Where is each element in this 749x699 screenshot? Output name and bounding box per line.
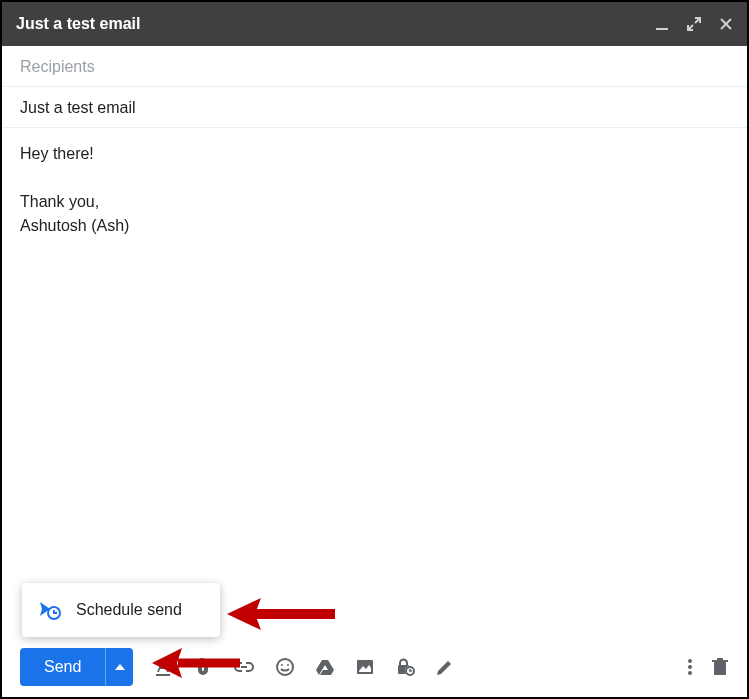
close-icon[interactable] <box>719 17 733 31</box>
toolbar-right <box>687 657 729 677</box>
annotation-arrow <box>227 596 337 632</box>
photo-icon[interactable] <box>355 657 375 677</box>
send-button[interactable]: Send <box>20 648 105 686</box>
attachment-icon[interactable] <box>193 657 213 677</box>
body-line: Thank you, <box>20 190 729 214</box>
recipients-placeholder: Recipients <box>20 58 95 75</box>
confidential-icon[interactable] <box>395 657 415 677</box>
expand-icon[interactable] <box>687 17 701 31</box>
more-options-icon[interactable] <box>687 657 693 677</box>
emoji-icon[interactable] <box>275 657 295 677</box>
svg-rect-14 <box>712 660 728 662</box>
schedule-send-icon <box>38 600 62 620</box>
message-body[interactable]: Hey there! Thank you, Ashutosh (Ash) <box>2 128 747 252</box>
drive-icon[interactable] <box>315 657 335 677</box>
body-line <box>20 166 729 190</box>
send-button-group: Send <box>20 648 133 686</box>
link-icon[interactable] <box>233 657 255 677</box>
window-title: Just a test email <box>16 15 141 33</box>
svg-point-10 <box>688 659 692 663</box>
body-line: Ashutosh (Ash) <box>20 214 729 238</box>
svg-rect-15 <box>717 658 723 660</box>
svg-point-4 <box>281 664 283 666</box>
svg-rect-13 <box>714 662 726 675</box>
window-controls <box>655 17 733 31</box>
schedule-send-label: Schedule send <box>76 601 182 619</box>
svg-point-5 <box>287 664 289 666</box>
discard-icon[interactable] <box>711 657 729 677</box>
body-line: Hey there! <box>20 142 729 166</box>
svg-rect-0 <box>656 28 668 30</box>
minimize-icon[interactable] <box>655 17 669 31</box>
compose-window: Just a test email Recipients Just a test… <box>0 0 749 699</box>
svg-point-11 <box>688 665 692 669</box>
subject-field[interactable]: Just a test email <box>2 87 747 128</box>
compose-toolbar: Send <box>2 637 747 697</box>
formatting-toolbar <box>153 657 455 677</box>
recipients-field[interactable]: Recipients <box>2 46 747 87</box>
titlebar: Just a test email <box>2 2 747 46</box>
subject-value: Just a test email <box>20 99 136 116</box>
formatting-icon[interactable] <box>153 657 173 677</box>
schedule-send-menu-item[interactable]: Schedule send <box>22 583 220 637</box>
caret-up-icon <box>115 664 125 670</box>
svg-rect-2 <box>156 674 170 676</box>
send-options-button[interactable] <box>105 648 133 686</box>
svg-point-3 <box>277 659 293 675</box>
signature-icon[interactable] <box>435 657 455 677</box>
svg-point-12 <box>688 671 692 675</box>
